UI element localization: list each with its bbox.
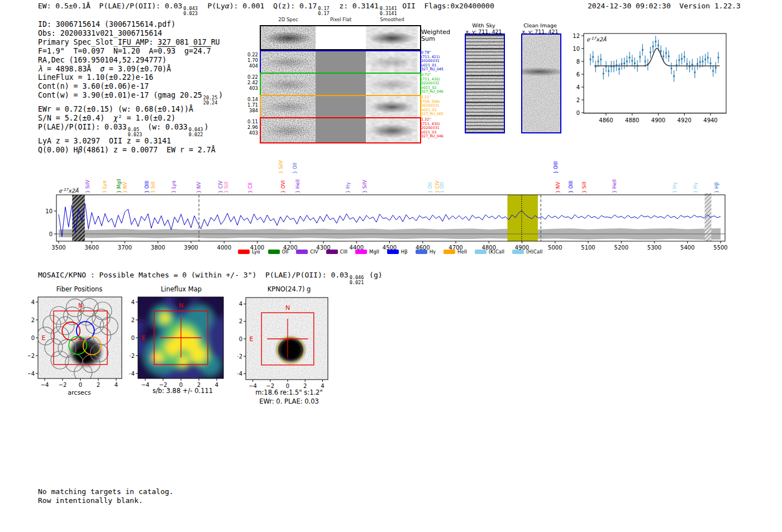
info-line: LineFlux = 1.10(±0.22)e-16 xyxy=(38,73,223,82)
svg-text:4: 4 xyxy=(576,84,580,90)
svg-text:6: 6 xyxy=(576,71,580,78)
info-line: RA,Dec (169.950104,52.294777) xyxy=(38,56,223,65)
svg-text:5100: 5100 xyxy=(581,245,595,251)
elixer-report-page: EW: 0.5±0.1Å P(LAE)/P(OII): 0.030.0430.0… xyxy=(0,0,782,532)
spec2d-cell-noise xyxy=(261,26,316,49)
info-line: F=1.9" T=0.097 N=1.20 A=0.93 g=24.7 xyxy=(38,47,223,56)
spec2d-col-header: Smoothed xyxy=(364,17,420,22)
svg-text:4900: 4900 xyxy=(651,117,665,123)
spectrum-legend: LyαOIICIVCIIIMgIIHβHγHeII(K)CaII(H)CaII xyxy=(238,249,542,255)
legend-swatch xyxy=(355,250,367,254)
info-line: Obs: 20200331v021_3006715614 xyxy=(38,29,223,38)
line-fit-plot: 48604880490049204940024681012e-17x2Å xyxy=(564,27,754,135)
svg-text:−4: −4 xyxy=(237,371,242,377)
east-label: E xyxy=(142,334,146,342)
footer-line-1: No matching targets in catalog. xyxy=(38,487,174,496)
emission-line-label: } OII xyxy=(427,182,433,193)
svg-text:10: 10 xyxy=(573,46,580,52)
emission-line-label: } Hβ xyxy=(714,182,719,193)
legend-label: Lyα xyxy=(252,249,260,255)
svg-text:5200: 5200 xyxy=(614,245,628,251)
spec2d-cell-smooth xyxy=(366,26,418,49)
emission-line-label: } HeII xyxy=(612,179,617,193)
emission-line-label: } SiII xyxy=(581,181,587,193)
svg-text:−2: −2 xyxy=(28,353,35,359)
spec2d-cell-flat xyxy=(316,51,366,73)
east-label: E xyxy=(250,336,254,343)
legend-label: CIV xyxy=(310,249,318,255)
svg-text:5300: 5300 xyxy=(647,245,661,251)
legend-swatch xyxy=(387,250,399,254)
spec2d-row xyxy=(260,95,421,118)
spec2d-row xyxy=(260,50,421,74)
svg-text:−4: −4 xyxy=(28,371,35,377)
clean-image xyxy=(521,33,561,133)
withsky-image xyxy=(465,33,505,133)
header-stats: EW: 0.5±0.1Å P(LAE)/P(OII): 0.030.0430.0… xyxy=(38,2,494,16)
legend-swatch xyxy=(416,250,427,254)
svg-text:e-17x2Å: e-17x2Å xyxy=(59,188,79,194)
lineflux-caption: s/b: 3.88 +/- 0.111 xyxy=(127,387,239,395)
svg-text:3800: 3800 xyxy=(151,245,165,251)
legend-swatch xyxy=(326,250,338,254)
legend-swatch xyxy=(296,250,308,254)
emission-line-label: } SiII xyxy=(223,181,229,193)
emission-line-label: } SiII xyxy=(150,181,156,193)
info-line: Cont(w) = 3.90(±0.01)e-17 (gmag 20.2520.… xyxy=(38,91,223,105)
emission-line-label: } OIII xyxy=(144,181,150,193)
svg-text:4000: 4000 xyxy=(217,245,231,251)
north-label: N xyxy=(78,302,83,309)
spec2d-cell-smooth xyxy=(366,74,418,95)
kpno-panel-svg: NE−4−2024−4−2024 xyxy=(237,282,344,402)
svg-text:−2: −2 xyxy=(130,353,135,359)
legend-label: Hγ xyxy=(430,249,436,255)
spec2d-row-left-label: 0.222.42403 xyxy=(244,74,258,91)
spec2d-row-left-label: 0.112.96403 xyxy=(244,119,258,136)
svg-text:0: 0 xyxy=(49,231,53,237)
emission-line-label: } SiIV xyxy=(278,160,284,174)
lineflux-panel-svg: NE−4−2024−4−2024 xyxy=(130,282,236,402)
svg-text:4: 4 xyxy=(31,299,35,305)
info-line: LyA z = 3.0297 OII z = 0.3141 xyxy=(38,137,223,146)
emission-line-label: } NV xyxy=(122,182,128,193)
spec2d-col-header: Pixel Flat xyxy=(313,17,369,22)
info-line: Cont(n) = 3.60(±0.06)e-17 xyxy=(38,82,223,91)
footer-line-2: Row intentionally blank. xyxy=(38,496,143,505)
kpno-caption-photometry: m:18.6 re:1.5" s:1.2" xyxy=(229,389,349,396)
svg-text:0: 0 xyxy=(31,335,35,341)
spec2d-row-right-label: 0.78"(711, 421)20200331v021_01327_RU_045 xyxy=(421,51,448,72)
legend-swatch xyxy=(444,250,455,254)
legend-item: MgII xyxy=(355,249,379,255)
spec2d-cell-noise xyxy=(261,51,316,73)
fiber-panel-svg: NE−4−2024−4−2024 xyxy=(28,282,134,402)
svg-text:3600: 3600 xyxy=(85,245,99,251)
emission-line-label: } Hγ xyxy=(693,182,698,193)
svg-text:0: 0 xyxy=(79,382,82,388)
emission-line-label: } Lyα xyxy=(171,180,177,193)
svg-text:8: 8 xyxy=(576,59,580,65)
spec2d-row-right-label: 1.32"(711, 430)20200331v021_03327_RU_046 xyxy=(421,118,448,139)
svg-text:3700: 3700 xyxy=(118,245,132,251)
spec2d-cell-noise xyxy=(261,74,316,95)
spec2d-row xyxy=(260,25,421,50)
emission-line-label: } HeII xyxy=(295,179,301,193)
legend-item: CIV xyxy=(296,249,318,255)
spec2d-row-left-label: 0.221.70404 xyxy=(244,52,258,69)
info-block: ID: 3006715614 (3006715614.pdf)Obs: 2020… xyxy=(38,20,223,155)
emission-line-label: } MgII xyxy=(116,179,122,193)
svg-text:0: 0 xyxy=(239,336,242,342)
emission-line-label: } CII xyxy=(247,183,253,193)
svg-text:3900: 3900 xyxy=(184,245,198,251)
emission-line-label: } NV xyxy=(555,182,561,193)
svg-text:5000: 5000 xyxy=(548,245,562,251)
info-line: λ = 4898.83Å σ = 3.09(±0.70)Å xyxy=(38,65,223,74)
emission-line-label: } OIII xyxy=(568,181,574,193)
svg-text:4920: 4920 xyxy=(678,117,692,123)
svg-text:4: 4 xyxy=(239,301,242,307)
legend-label: CIII xyxy=(340,249,347,255)
spec2d-col-header: 2D Spec xyxy=(260,17,316,22)
svg-text:−4: −4 xyxy=(130,371,135,377)
spec2d-row-right-label: 0.72"(711, 430)20200331v021_02327_RU_046 xyxy=(421,73,448,94)
svg-text:4: 4 xyxy=(131,299,135,305)
svg-text:2: 2 xyxy=(97,382,100,388)
